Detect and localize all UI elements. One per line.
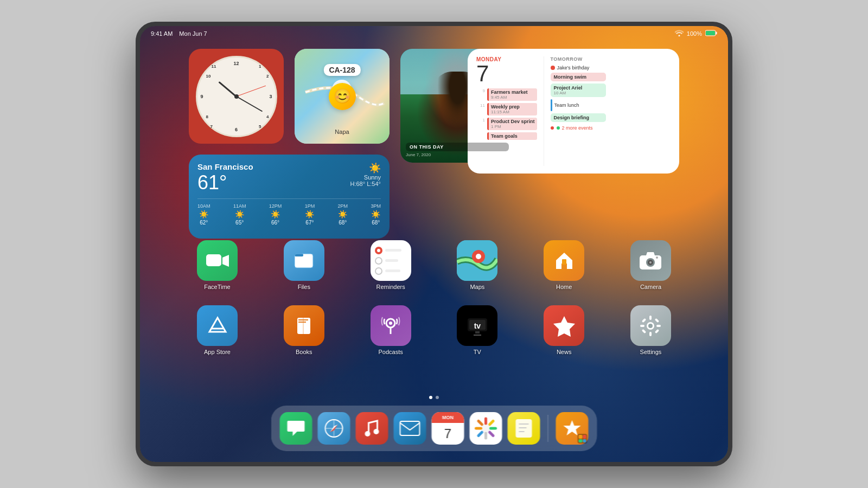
status-time: 9:41 AM	[151, 30, 173, 37]
dock-mail[interactable]	[394, 412, 426, 445]
more-events-text: 2 more events	[562, 125, 593, 131]
app-files[interactable]: Files	[284, 240, 324, 290]
dock: MON 7	[271, 406, 597, 451]
svg-point-44	[374, 429, 379, 434]
files-icon[interactable]	[284, 240, 324, 281]
apps-row-1: FaceTime Files	[181, 240, 687, 290]
cal-event-design-briefing: Design briefing	[554, 115, 603, 120]
on-this-day-date: June 7, 2020	[406, 152, 509, 157]
settings-icon[interactable]	[630, 305, 671, 346]
more-dot-2	[557, 126, 560, 130]
home-label: Home	[556, 284, 572, 290]
facetime-icon[interactable]	[197, 240, 238, 281]
maps-label: Maps	[470, 284, 484, 290]
dock-separator	[548, 415, 548, 442]
app-facetime[interactable]: FaceTime	[197, 240, 238, 290]
dock-tips[interactable]	[556, 412, 589, 445]
hour-hand	[218, 81, 237, 97]
minute-hand	[236, 96, 263, 112]
dock-messages[interactable]	[280, 412, 312, 445]
books-icon[interactable]	[284, 305, 324, 346]
appstore-label: App Store	[204, 349, 231, 355]
weather-hourly: 10AM ☀️ 62° 11AM ☀️ 65° 12PM ☀️ 66°	[197, 198, 381, 226]
settings-label: Settings	[640, 349, 662, 355]
news-icon[interactable]	[544, 305, 584, 346]
status-bar: 9:41 AM Mon Jun 7 100%	[140, 26, 728, 41]
reminders-label: Reminders	[376, 284, 405, 290]
camera-icon[interactable]	[630, 240, 671, 281]
cal-event-project-ariel: Project Ariel	[554, 85, 603, 91]
podcasts-icon[interactable]	[371, 305, 411, 346]
battery-icon	[705, 30, 717, 37]
battery-text: 100%	[687, 30, 702, 37]
tv-label: TV	[474, 349, 481, 355]
appstore-icon[interactable]	[197, 305, 238, 346]
svg-rect-12	[562, 259, 566, 265]
page-dot-1[interactable]	[429, 396, 432, 399]
sun-icon: ☀️	[350, 162, 381, 174]
svg-rect-20	[298, 322, 306, 323]
svg-rect-36	[642, 329, 646, 333]
app-news[interactable]: News	[544, 305, 584, 355]
cal-event-team-lunch: Team lunch	[554, 102, 579, 108]
books-label: Books	[296, 349, 312, 355]
maps-widget[interactable]: CA-128 Napa 😊	[295, 49, 390, 144]
apps-row-2: App Store Books	[181, 305, 687, 355]
facetime-label: FaceTime	[204, 284, 231, 290]
svg-point-10	[476, 254, 481, 259]
cal-day-number: 7	[476, 62, 537, 85]
app-books[interactable]: Books	[284, 305, 324, 355]
svg-rect-35	[655, 318, 659, 322]
reminders-icon[interactable]	[371, 240, 411, 281]
app-tv[interactable]: tv TV	[457, 305, 497, 355]
clock-face: 12 3 6 9 1 11 2 10 4 8 5 7	[196, 56, 277, 137]
app-podcasts[interactable]: Podcasts	[371, 305, 411, 355]
page-dot-2[interactable]	[436, 396, 439, 399]
weather-hour-3: 1PM ☀️ 67°	[305, 203, 315, 226]
cal-event-product-dev: Product Dev sprint	[491, 119, 535, 124]
svg-rect-45	[400, 421, 420, 435]
weather-widget[interactable]: San Francisco 61° ☀️ Sunny H:68° L:54°	[189, 155, 390, 239]
dock-music[interactable]	[356, 412, 388, 445]
clock-widget[interactable]: 12 3 6 9 1 11 2 10 4 8 5 7	[189, 49, 284, 144]
app-settings[interactable]: Settings	[630, 305, 671, 355]
svg-rect-34	[642, 318, 646, 322]
app-maps[interactable]: Maps	[457, 240, 497, 290]
ipad-screen: 9:41 AM Mon Jun 7 100%	[140, 26, 728, 462]
weather-temp: 61°	[197, 171, 253, 194]
news-label: News	[557, 349, 572, 355]
svg-rect-21	[303, 318, 304, 334]
page-dots	[429, 396, 439, 399]
svg-point-16	[649, 261, 652, 264]
app-appstore[interactable]: App Store	[197, 305, 238, 355]
svg-rect-4	[206, 254, 221, 266]
weather-hi-lo: H:68° L:54°	[350, 181, 381, 187]
dock-calendar[interactable]: MON 7	[432, 412, 464, 445]
weather-header: San Francisco 61° ☀️ Sunny H:68° L:54°	[197, 162, 381, 194]
cal-tomorrow-label: TOMORROW	[551, 56, 606, 62]
app-reminders[interactable]: Reminders	[371, 240, 411, 290]
app-home[interactable]: Home	[544, 240, 584, 290]
status-date: Mon Jun 7	[179, 30, 207, 37]
dock-notes[interactable]	[508, 412, 540, 445]
svg-rect-32	[640, 325, 644, 327]
files-label: Files	[298, 284, 310, 290]
tv-icon[interactable]: tv	[457, 305, 497, 346]
weather-hour-5: 3PM ☀️ 68°	[371, 203, 381, 226]
weather-condition: Sunny	[350, 174, 381, 181]
home-icon[interactable]	[544, 240, 584, 281]
maps-route: CA-128	[329, 66, 355, 74]
maps-location: Napa	[335, 129, 349, 135]
second-hand	[236, 85, 266, 97]
wifi-icon	[675, 30, 684, 37]
more-dot-1	[551, 126, 554, 130]
svg-rect-33	[656, 325, 661, 327]
podcasts-label: Podcasts	[378, 349, 403, 355]
svg-rect-37	[655, 329, 659, 333]
app-camera[interactable]: Camera	[630, 240, 671, 290]
maps-icon[interactable]	[457, 240, 497, 281]
dock-photos[interactable]	[470, 412, 502, 445]
dock-safari[interactable]	[318, 412, 350, 445]
svg-rect-2	[706, 31, 715, 35]
status-left: 9:41 AM Mon Jun 7	[151, 30, 207, 37]
